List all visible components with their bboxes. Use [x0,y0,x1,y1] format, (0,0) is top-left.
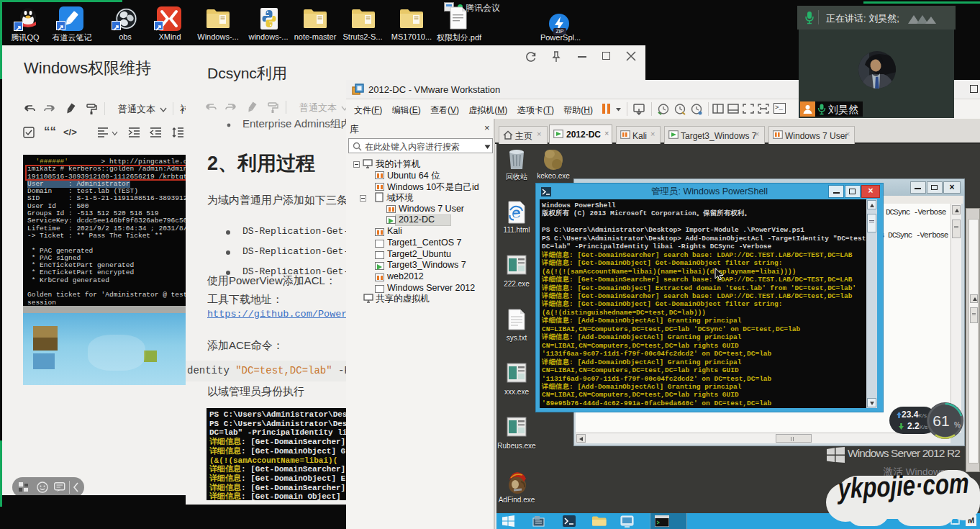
svg-text:61: 61 [933,412,949,429]
svg-text:%: % [954,421,961,429]
